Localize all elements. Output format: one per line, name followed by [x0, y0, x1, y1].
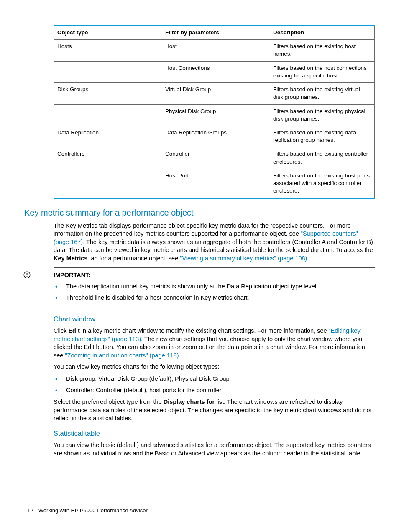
cell: Physical Disk Group — [162, 104, 270, 126]
important-label: IMPORTANT: — [54, 268, 375, 280]
object-type-list: Disk group: Virtual Disk Group (default)… — [54, 375, 375, 395]
important-callout: IMPORTANT: The data replication tunnel k… — [54, 267, 375, 308]
table-row: Hosts Host Filters based on the existing… — [54, 40, 375, 61]
table-row: Data Replication Data Replication Groups… — [54, 126, 375, 147]
header-filter-by: Filter by parameters — [162, 26, 270, 40]
cell: Hosts — [54, 40, 162, 61]
header-object-type: Object type — [54, 26, 162, 40]
svg-rect-1 — [27, 273, 28, 275]
table-row: Host Port Filters based on the existing … — [54, 169, 375, 198]
subsection-statistical-table: Statistical table — [54, 429, 375, 438]
cell — [54, 104, 162, 126]
link-viewing-summary[interactable]: "Viewing a summary of key metrics" (page… — [180, 255, 309, 262]
cell: Filters based on the existing data repli… — [270, 126, 375, 147]
filter-parameters-table: Object type Filter by parameters Descrip… — [54, 25, 375, 199]
paragraph: Click Edit in a key metric chart window … — [54, 327, 375, 360]
paragraph: Select the preferred object type from th… — [54, 398, 375, 423]
paragraph: The Key Metrics tab displays performance… — [54, 222, 375, 263]
cell: Disk Groups — [54, 83, 162, 104]
cell: Virtual Disk Group — [162, 83, 270, 104]
table-row: Disk Groups Virtual Disk Group Filters b… — [54, 83, 375, 104]
page-footer: 112Working with HP P6000 Performance Adv… — [24, 507, 148, 514]
cell: Filters based on the existing host ports… — [270, 169, 375, 198]
page-number: 112 — [24, 507, 33, 514]
cell: Filters based on the existing physical d… — [270, 104, 375, 126]
bold-text: Key Metrics — [54, 255, 87, 262]
cell: Host Port — [162, 169, 270, 198]
list-item: The data replication tunnel key metrics … — [66, 282, 375, 291]
table-header-row: Object type Filter by parameters Descrip… — [54, 26, 375, 40]
bold-text: Edit — [68, 327, 79, 334]
cell: Filters based on the existing virtual di… — [270, 83, 375, 104]
cell: Controllers — [54, 147, 162, 169]
paragraph: You can view key metrics charts for the … — [54, 363, 375, 371]
page: Object type Filter by parameters Descrip… — [0, 0, 399, 532]
cell — [54, 169, 162, 198]
table-row: Controllers Controller Filters based on … — [54, 147, 375, 169]
list-item: Disk group: Virtual Disk Group (default)… — [66, 375, 375, 383]
cell: Data Replication — [54, 126, 162, 147]
cell: Host Connections — [162, 61, 270, 82]
important-list: The data replication tunnel key metrics … — [54, 282, 375, 302]
header-description: Description — [270, 26, 375, 40]
table-row: Physical Disk Group Filters based on the… — [54, 104, 375, 126]
cell: Data Replication Groups — [162, 126, 270, 147]
table-row: Host Connections Filters based on the ho… — [54, 61, 375, 82]
paragraph: You can view the basic (default) and adv… — [54, 441, 375, 457]
cell: Filters based on the existing host names… — [270, 40, 375, 61]
link-zooming[interactable]: "Zooming in and out on charts" (page 118… — [65, 352, 180, 359]
list-item: Threshold line is disabled for a host co… — [66, 293, 375, 302]
text: The key metric data is always shown as a… — [54, 239, 373, 254]
footer-title: Working with HP P6000 Performance Adviso… — [38, 507, 148, 514]
cell: Controller — [162, 147, 270, 169]
bold-text: Display charts for — [164, 398, 215, 405]
svg-point-2 — [26, 276, 27, 277]
cell: Filters based on the existing controller… — [270, 147, 375, 169]
cell: Filters based on the host connections ex… — [270, 61, 375, 82]
text: tab for a performance object, see — [87, 255, 180, 262]
section-heading-key-metric-summary: Key metric summary for a performance obj… — [24, 207, 375, 218]
cell — [54, 61, 162, 82]
text: Select the preferred object type from th… — [54, 398, 164, 405]
important-icon — [23, 271, 31, 281]
subsection-chart-window: Chart window — [54, 314, 375, 324]
list-item: Controller: Controller (default), host p… — [66, 386, 375, 395]
content-column: Object type Filter by parameters Descrip… — [54, 25, 375, 457]
cell: Host — [162, 40, 270, 61]
text: Click — [54, 327, 68, 334]
text: in a key metric chart window to modify t… — [80, 327, 329, 334]
